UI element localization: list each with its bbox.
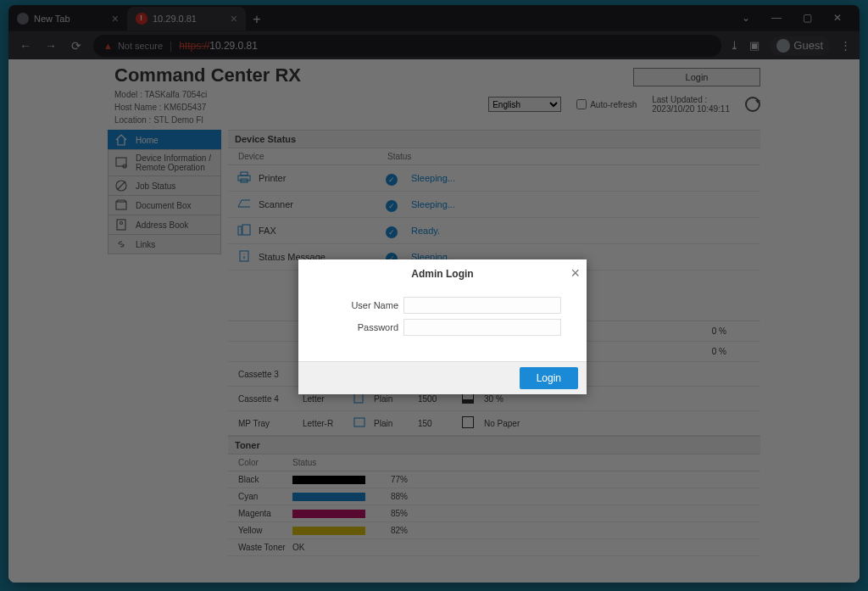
admin-login-modal: × Admin Login User Name Password Login: [298, 259, 587, 394]
browser-window: New Tab × 10.29.0.81 × + ⌄ — ▢ ✕ ← → ⟳ ▲…: [8, 5, 860, 583]
username-label: User Name: [324, 300, 403, 310]
close-icon[interactable]: ×: [570, 265, 580, 282]
username-input[interactable]: [403, 297, 561, 314]
password-label: Password: [324, 322, 403, 332]
modal-title: Admin Login: [298, 259, 587, 288]
password-input[interactable]: [403, 319, 561, 336]
modal-footer: Login: [298, 361, 587, 394]
login-form: User Name Password: [298, 288, 587, 361]
login-button[interactable]: Login: [520, 367, 578, 389]
